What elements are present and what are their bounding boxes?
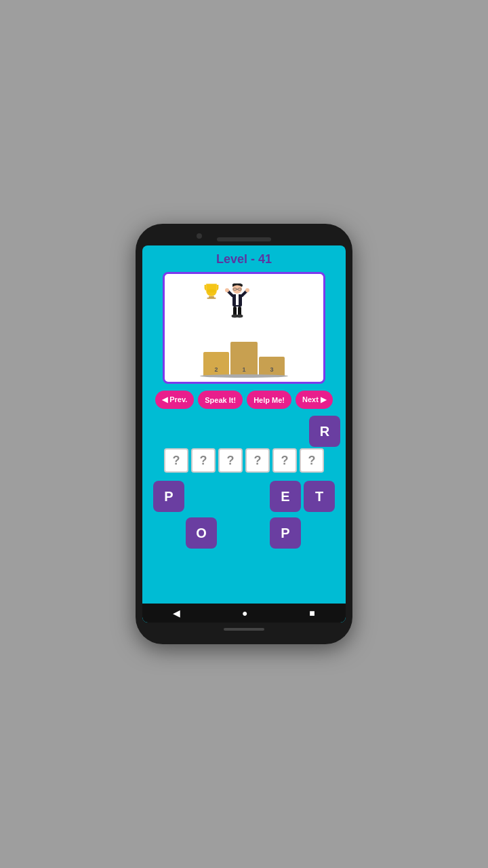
answer-slot-5[interactable]: ? bbox=[272, 448, 297, 473]
svg-point-2 bbox=[207, 289, 216, 292]
phone-bottom-bar bbox=[224, 628, 264, 631]
letter-p-1[interactable]: P bbox=[153, 481, 184, 512]
answer-slot-6[interactable]: ? bbox=[300, 448, 324, 473]
podium-number-2: 2 bbox=[214, 366, 218, 373]
podium-number-3: 3 bbox=[270, 366, 273, 373]
action-buttons-row: ◀ Prev. Speak It! Help Me! Next ▶ bbox=[142, 391, 346, 409]
letter-o[interactable]: O bbox=[186, 517, 217, 549]
podium-third: 3 bbox=[259, 357, 285, 376]
game-area: R ? ? ? ? ? ? P E T O P bbox=[142, 409, 346, 604]
svg-point-16 bbox=[237, 314, 243, 317]
phone-camera bbox=[197, 233, 202, 239]
svg-rect-1 bbox=[207, 297, 216, 298]
svg-point-11 bbox=[225, 288, 229, 292]
podium-shadow bbox=[200, 374, 288, 378]
trophy-icon bbox=[203, 282, 220, 300]
podium: 2 1 3 bbox=[203, 342, 285, 376]
letter-r-floating[interactable]: R bbox=[309, 416, 340, 447]
letter-p-2[interactable]: P bbox=[270, 517, 301, 549]
level-title: Level - 41 bbox=[216, 245, 272, 272]
podium-scene: 2 1 3 bbox=[193, 281, 295, 376]
letter-e[interactable]: E bbox=[270, 481, 301, 512]
phone-shell: Level - 41 bbox=[136, 224, 352, 644]
svg-point-12 bbox=[245, 288, 249, 292]
phone-screen: Level - 41 bbox=[142, 245, 346, 623]
podium-second: 2 bbox=[203, 352, 229, 376]
svg-rect-8 bbox=[236, 294, 239, 305]
phone-speaker bbox=[217, 237, 271, 241]
nav-bar: ◀ ● ■ bbox=[142, 604, 346, 623]
answer-slot-2[interactable]: ? bbox=[191, 448, 216, 473]
recents-icon[interactable]: ■ bbox=[309, 608, 314, 618]
help-button[interactable]: Help Me! bbox=[247, 391, 291, 409]
person-icon bbox=[224, 283, 250, 324]
image-card: 2 1 3 bbox=[163, 272, 325, 384]
letter-t[interactable]: T bbox=[304, 481, 335, 512]
speak-button[interactable]: Speak It! bbox=[198, 391, 243, 409]
prev-button[interactable]: ◀ Prev. bbox=[155, 391, 194, 409]
next-button[interactable]: Next ▶ bbox=[296, 391, 333, 409]
answer-slots-row: ? ? ? ? ? ? bbox=[164, 448, 324, 473]
back-icon[interactable]: ◀ bbox=[173, 608, 180, 618]
home-icon[interactable]: ● bbox=[242, 608, 247, 618]
answer-slot-1[interactable]: ? bbox=[164, 448, 188, 473]
answer-slot-4[interactable]: ? bbox=[245, 448, 270, 473]
podium-first: 1 bbox=[230, 342, 258, 376]
letters-area: P E T O P bbox=[148, 481, 340, 549]
podium-number-1: 1 bbox=[242, 366, 245, 373]
answer-slot-3[interactable]: ? bbox=[218, 448, 243, 473]
